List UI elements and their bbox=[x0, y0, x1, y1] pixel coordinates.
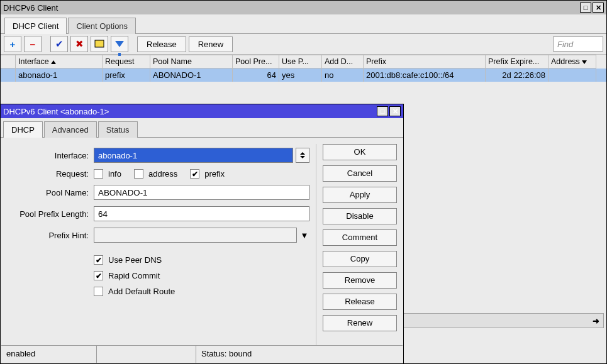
label-interface: Interface: bbox=[6, 151, 94, 160]
close-icon[interactable]: ✕ bbox=[593, 3, 604, 13]
pool-prefix-length-input[interactable] bbox=[94, 206, 309, 221]
cell-prefix: 2001:db8:cafe:c100::/64 bbox=[364, 69, 486, 82]
filter-button[interactable] bbox=[111, 36, 128, 52]
status-bound: Status: bound bbox=[196, 346, 403, 363]
cell-address bbox=[549, 69, 596, 82]
ok-button[interactable]: OK bbox=[323, 144, 397, 160]
release-button-dlg[interactable]: Release bbox=[323, 294, 397, 310]
form-area: Interface: abonado-1 Request: info bbox=[6, 141, 309, 359]
col-prefix[interactable]: Prefix bbox=[364, 55, 486, 69]
cell-add-default: no bbox=[322, 69, 364, 82]
main-tabs: DHCP Client Client Options bbox=[1, 14, 606, 34]
col-add-default[interactable]: Add D... bbox=[322, 55, 364, 69]
prefix-hint-expand-icon[interactable]: ▼ bbox=[299, 231, 309, 240]
remove-button[interactable]: − bbox=[24, 36, 42, 52]
main-window-title: DHCPv6 Client bbox=[3, 3, 58, 13]
col-prefix-expire[interactable]: Prefix Expire... bbox=[486, 55, 549, 69]
sort-asc-icon bbox=[51, 60, 56, 64]
add-button[interactable]: + bbox=[4, 36, 21, 52]
svg-marker-1 bbox=[300, 152, 305, 155]
col-interface[interactable]: Interface bbox=[16, 55, 103, 69]
interface-select[interactable]: abonado-1 bbox=[94, 148, 293, 163]
table-header: Interface Request Pool Name Pool Pre... … bbox=[1, 55, 606, 69]
status-empty bbox=[97, 346, 196, 363]
chk-add-default-route[interactable] bbox=[94, 287, 103, 296]
cell-request: prefix bbox=[103, 69, 150, 82]
comment-button-dlg[interactable]: Comment bbox=[323, 229, 397, 246]
status-enabled: enabled bbox=[1, 346, 97, 363]
dialog-titlebar: DHCPv6 Client <abonado-1> □ ✕ bbox=[1, 104, 403, 118]
col-request[interactable]: Request bbox=[103, 55, 150, 69]
dialog-tabs: DHCP Advanced Status bbox=[1, 118, 403, 138]
chk-address[interactable] bbox=[134, 169, 143, 179]
copy-button[interactable]: Copy bbox=[323, 251, 397, 267]
label-use-peer-dns: Use Peer DNS bbox=[108, 255, 162, 265]
col-address[interactable]: Address bbox=[549, 55, 596, 69]
apply-button[interactable]: Apply bbox=[323, 187, 397, 203]
grid-scroll-right[interactable]: ➜ bbox=[401, 313, 604, 328]
dialog-window: DHCPv6 Client <abonado-1> □ ✕ DHCP Advan… bbox=[0, 104, 404, 364]
find-input[interactable]: Find bbox=[553, 36, 603, 52]
dialog-close-icon[interactable]: ✕ bbox=[389, 106, 401, 116]
enable-button[interactable]: ✔ bbox=[50, 36, 68, 52]
renew-button-dlg[interactable]: Renew bbox=[323, 315, 397, 331]
chk-rapid-commit[interactable]: ✔ bbox=[94, 271, 103, 280]
svg-marker-2 bbox=[300, 156, 305, 158]
chevron-updown-icon bbox=[299, 152, 306, 158]
cell-blank bbox=[1, 69, 16, 82]
maximize-icon[interactable]: □ bbox=[580, 3, 591, 13]
cancel-button[interactable]: Cancel bbox=[323, 165, 397, 182]
cell-pool-prefix: 64 bbox=[233, 69, 279, 82]
chk-prefix[interactable]: ✔ bbox=[190, 169, 199, 179]
comment-button[interactable] bbox=[91, 36, 108, 52]
label-req-info: info bbox=[108, 169, 121, 179]
col-blank[interactable] bbox=[1, 55, 16, 69]
dialog-title: DHCPv6 Client <abonado-1> bbox=[3, 107, 109, 116]
label-rapid-commit: Rapid Commit bbox=[108, 271, 160, 280]
tab-client-options[interactable]: Client Options bbox=[68, 18, 136, 34]
label-pool-prefix-length: Pool Prefix Length: bbox=[6, 209, 94, 219]
remove-button-dlg[interactable]: Remove bbox=[323, 272, 397, 289]
cell-use-peer: yes bbox=[279, 69, 322, 82]
table-row[interactable]: abonado-1 prefix ABONADO-1 64 yes no 200… bbox=[1, 69, 606, 82]
tab-advanced[interactable]: Advanced bbox=[44, 121, 97, 138]
cell-prefix-expire: 2d 22:26:08 bbox=[486, 69, 549, 82]
disable-button-dlg[interactable]: Disable bbox=[323, 208, 397, 224]
label-prefix-hint: Prefix Hint: bbox=[6, 231, 94, 240]
label-add-default-route: Add Default Route bbox=[108, 287, 175, 296]
main-titlebar: DHCPv6 Client □ ✕ bbox=[1, 1, 606, 14]
pool-name-input[interactable] bbox=[94, 185, 309, 200]
label-req-prefix: prefix bbox=[204, 169, 225, 179]
svg-rect-0 bbox=[95, 40, 104, 47]
dialog-buttons: OK Cancel Apply Disable Comment Copy Rem… bbox=[323, 141, 398, 359]
interface-dropdown-icon[interactable] bbox=[296, 148, 309, 163]
arrow-right-icon: ➜ bbox=[593, 316, 603, 326]
label-request: Request: bbox=[6, 169, 94, 179]
col-pool-prefix[interactable]: Pool Pre... bbox=[233, 55, 279, 69]
tab-dhcp[interactable]: DHCP bbox=[3, 121, 43, 138]
chk-info[interactable] bbox=[94, 169, 103, 179]
renew-button[interactable]: Renew bbox=[189, 36, 233, 52]
funnel-icon bbox=[115, 41, 124, 47]
main-toolbar: + − ✔ ✖ Release Renew Find bbox=[1, 34, 606, 55]
release-button[interactable]: Release bbox=[137, 36, 186, 52]
col-pool-name[interactable]: Pool Name bbox=[150, 55, 233, 69]
note-icon bbox=[94, 40, 104, 48]
label-pool-name: Pool Name: bbox=[6, 188, 94, 197]
col-use-peer[interactable]: Use P... bbox=[279, 55, 322, 69]
dialog-maximize-icon[interactable]: □ bbox=[377, 106, 388, 116]
label-req-address: address bbox=[148, 169, 177, 179]
chk-use-peer-dns[interactable]: ✔ bbox=[94, 255, 103, 265]
menu-arrow-icon bbox=[582, 60, 587, 64]
cell-interface: abonado-1 bbox=[16, 69, 103, 82]
tab-dhcp-client[interactable]: DHCP Client bbox=[4, 18, 67, 34]
prefix-hint-input[interactable] bbox=[94, 228, 297, 243]
tab-status[interactable]: Status bbox=[98, 121, 138, 138]
cell-pool-name: ABONADO-1 bbox=[150, 69, 233, 82]
disable-button[interactable]: ✖ bbox=[70, 36, 88, 52]
dialog-statusbar: enabled Status: bound bbox=[1, 345, 403, 363]
